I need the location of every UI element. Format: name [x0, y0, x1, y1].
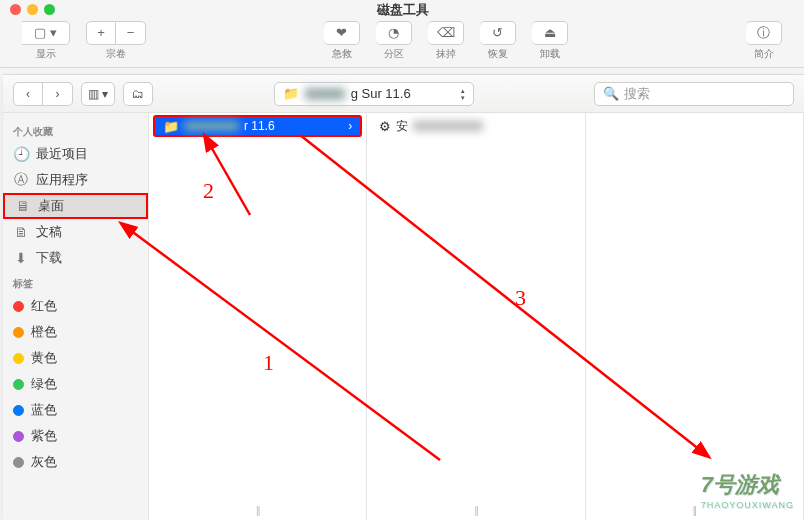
- sidebar-item-downloads[interactable]: ⬇下载: [3, 245, 148, 271]
- back-button[interactable]: ‹: [13, 82, 43, 106]
- tag-yellow[interactable]: 黄色: [3, 345, 148, 371]
- tag-blue[interactable]: 蓝色: [3, 397, 148, 423]
- add-volume-button[interactable]: +: [86, 21, 116, 45]
- tag-red[interactable]: 红色: [3, 293, 148, 319]
- column-resize-handle[interactable]: ||: [256, 505, 259, 516]
- tag-dot-icon: [13, 379, 24, 390]
- tag-orange[interactable]: 橙色: [3, 319, 148, 345]
- clock-icon: 🕘: [13, 146, 29, 162]
- path-name: g Sur 11.6: [351, 86, 411, 101]
- tag-dot-icon: [13, 405, 24, 416]
- favorites-header: 个人收藏: [3, 119, 148, 141]
- tag-green[interactable]: 绿色: [3, 371, 148, 397]
- blurred-text: [305, 88, 345, 100]
- app-icon: Ⓐ: [13, 171, 29, 189]
- tag-dot-icon: [13, 301, 24, 312]
- column-resize-handle[interactable]: ||: [693, 505, 696, 516]
- column-view: 📁 r 11.6 › || ⚙︎ 安 || ||: [149, 113, 804, 520]
- forward-button[interactable]: ›: [43, 82, 73, 106]
- tag-purple[interactable]: 紫色: [3, 423, 148, 449]
- column-resize-handle[interactable]: ||: [474, 505, 477, 516]
- column-3[interactable]: ||: [586, 113, 804, 520]
- tag-dot-icon: [13, 457, 24, 468]
- watermark: 7号游戏 7HAOYOUXIWANG: [701, 470, 794, 510]
- folder-icon: 📁: [163, 119, 179, 134]
- sidebar-item-documents[interactable]: 🗎文稿: [3, 219, 148, 245]
- folder-icon: 📁: [283, 86, 299, 101]
- restore-button[interactable]: ↺: [480, 21, 516, 45]
- close-button[interactable]: [10, 4, 21, 15]
- updown-icon: ▴▾: [461, 87, 465, 101]
- finder-window: ‹ › ▥ ▾ 🗂 📁 g Sur 11.6 ▴▾ 🔍 搜索 个人收藏 🕘最近项…: [3, 74, 804, 520]
- column-1[interactable]: 📁 r 11.6 › ||: [149, 113, 367, 520]
- volume-group: + − 宗卷: [86, 21, 146, 61]
- column-2[interactable]: ⚙︎ 安 ||: [367, 113, 585, 520]
- search-field[interactable]: 🔍 搜索: [594, 82, 794, 106]
- chevron-right-icon: ›: [348, 119, 352, 133]
- diskutil-toolbar: ▢ ▾ 显示 + − 宗卷 ❤︎急救 ◔分区 ⌫抹掉 ↺恢复 ⏏卸载 ⓘ简介: [0, 14, 804, 68]
- view-button[interactable]: ▢ ▾: [22, 21, 70, 45]
- erase-button[interactable]: ⌫: [428, 21, 464, 45]
- sidebar-item-recents[interactable]: 🕘最近项目: [3, 141, 148, 167]
- titlebar: 磁盘工具: [0, 0, 804, 14]
- search-placeholder: 搜索: [624, 85, 650, 103]
- blurred-text: [184, 121, 239, 131]
- finder-toolbar: ‹ › ▥ ▾ 🗂 📁 g Sur 11.6 ▴▾ 🔍 搜索: [3, 75, 804, 113]
- remove-volume-button[interactable]: −: [116, 21, 146, 45]
- maximize-button[interactable]: [44, 4, 55, 15]
- path-control[interactable]: 📁 g Sur 11.6 ▴▾: [274, 82, 474, 106]
- group-button[interactable]: 🗂: [123, 82, 153, 106]
- app-item[interactable]: ⚙︎ 安: [371, 115, 580, 137]
- search-icon: 🔍: [603, 86, 619, 101]
- folder-icon: 🗂: [132, 87, 144, 101]
- blurred-text: [413, 121, 483, 131]
- sidebar-item-desktop[interactable]: 🖥桌面: [3, 193, 148, 219]
- app-icon: ⚙︎: [379, 119, 391, 134]
- folder-item-selected[interactable]: 📁 r 11.6 ›: [153, 115, 362, 137]
- finder-sidebar: 个人收藏 🕘最近项目 Ⓐ应用程序 🖥桌面 🗎文稿 ⬇下载 标签 红色 橙色 黄色…: [3, 113, 149, 520]
- unmount-button[interactable]: ⏏: [532, 21, 568, 45]
- window-title: 磁盘工具: [61, 1, 794, 19]
- tag-dot-icon: [13, 327, 24, 338]
- sidebar-item-applications[interactable]: Ⓐ应用程序: [3, 167, 148, 193]
- tags-header: 标签: [3, 271, 148, 293]
- view-mode-button[interactable]: ▥ ▾: [81, 82, 115, 106]
- partition-button[interactable]: ◔: [376, 21, 412, 45]
- desktop-icon: 🖥: [15, 198, 31, 214]
- tag-dot-icon: [13, 431, 24, 442]
- download-icon: ⬇: [13, 250, 29, 266]
- firstaid-button[interactable]: ❤︎: [324, 21, 360, 45]
- doc-icon: 🗎: [13, 224, 29, 240]
- tag-gray[interactable]: 灰色: [3, 449, 148, 475]
- minimize-button[interactable]: [27, 4, 38, 15]
- info-button[interactable]: ⓘ: [746, 21, 782, 45]
- tag-dot-icon: [13, 353, 24, 364]
- view-group: ▢ ▾ 显示: [22, 21, 70, 61]
